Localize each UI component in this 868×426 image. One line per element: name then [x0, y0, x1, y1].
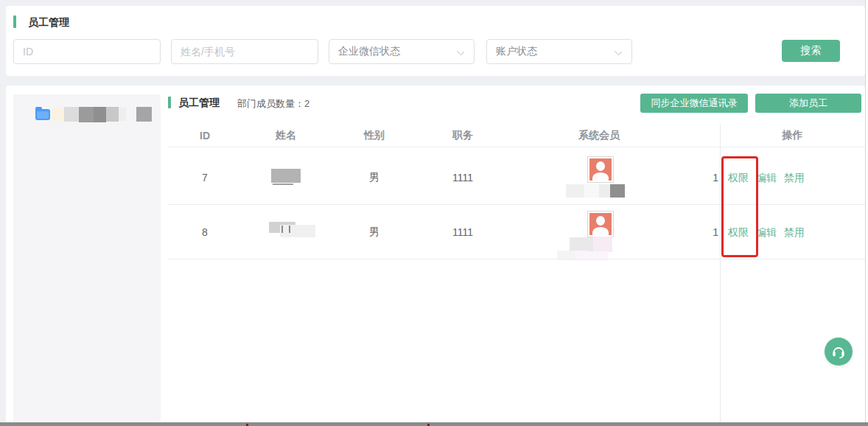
redacted-department-name: [52, 108, 64, 121]
window-bottom-bar: [0, 422, 868, 426]
redacted-member-name: [566, 184, 584, 198]
header-divider: [168, 147, 865, 147]
row-divider: [168, 259, 865, 259]
window-right-border: [865, 0, 866, 426]
cell-id: 7: [168, 167, 242, 189]
edit-link[interactable]: 编辑: [756, 172, 777, 185]
cell-job: 1111: [419, 221, 507, 243]
employee-panel: 员工管理 部门成员数量：2 同步企业微信通讯录 添加员工 ID 姓名 性别 职务…: [6, 85, 865, 426]
col-header-id: ID: [168, 124, 242, 147]
redacted-name: [271, 169, 301, 183]
title-accent-bar: [13, 15, 16, 28]
support-button[interactable]: [825, 338, 853, 366]
fixed-column-divider: [720, 124, 721, 422]
cell-gender: 男: [330, 221, 419, 243]
page: 员工管理 企业微信状态 账户状态 搜索: [0, 0, 868, 426]
row-divider: [168, 204, 865, 205]
name-phone-input[interactable]: [171, 39, 318, 64]
search-button[interactable]: 搜索: [782, 40, 840, 62]
sync-wechat-contacts-button[interactable]: 同步企业微信通讯录: [640, 94, 748, 113]
filter-card: 员工管理 企业微信状态 账户状态 搜索: [6, 6, 865, 76]
permission-link[interactable]: 权限: [728, 226, 749, 240]
chevron-down-icon: [457, 48, 464, 55]
col-header-member: 系统会员: [507, 124, 691, 147]
col-header-gender: 性别: [330, 124, 419, 147]
clipped-cell-value: 1: [699, 221, 718, 243]
support-headset-icon: [830, 343, 847, 360]
chevron-down-icon: [615, 48, 622, 55]
folder-icon: [35, 109, 50, 120]
account-status-select[interactable]: 账户状态: [486, 39, 632, 64]
page-title: 员工管理: [28, 16, 69, 29]
add-employee-button[interactable]: 添加员工: [755, 94, 861, 113]
wechat-status-select[interactable]: 企业微信状态: [329, 39, 475, 64]
permission-link[interactable]: 权限: [728, 172, 749, 185]
avatar: [587, 211, 614, 237]
cell-job: 1111: [419, 167, 507, 189]
cell-gender: 男: [330, 167, 419, 189]
avatar: [587, 156, 614, 183]
disable-link[interactable]: 禁用: [784, 226, 805, 240]
clipped-cell-value: 1: [699, 167, 718, 189]
row-actions: 权限 编辑 禁用: [728, 226, 805, 240]
panel-title-accent-bar: [168, 97, 171, 108]
redacted-member-name: [570, 237, 593, 252]
department-tree-item[interactable]: [35, 106, 152, 122]
member-count-label: 部门成员数量：2: [237, 97, 309, 111]
department-tree-sidebar: [13, 94, 161, 423]
id-input[interactable]: [13, 39, 161, 64]
edit-link[interactable]: 编辑: [756, 226, 777, 240]
wechat-status-select-value: 企业微信状态: [338, 45, 400, 58]
col-header-name: 姓名: [242, 124, 330, 147]
disable-link[interactable]: 禁用: [784, 172, 805, 185]
row-actions: 权限 编辑 禁用: [728, 172, 805, 185]
col-header-job: 职务: [419, 124, 507, 147]
account-status-select-value: 账户状态: [496, 45, 537, 58]
col-header-actions: 操作: [720, 124, 865, 147]
panel-title: 员工管理: [178, 97, 220, 110]
cell-id: 8: [168, 221, 242, 243]
